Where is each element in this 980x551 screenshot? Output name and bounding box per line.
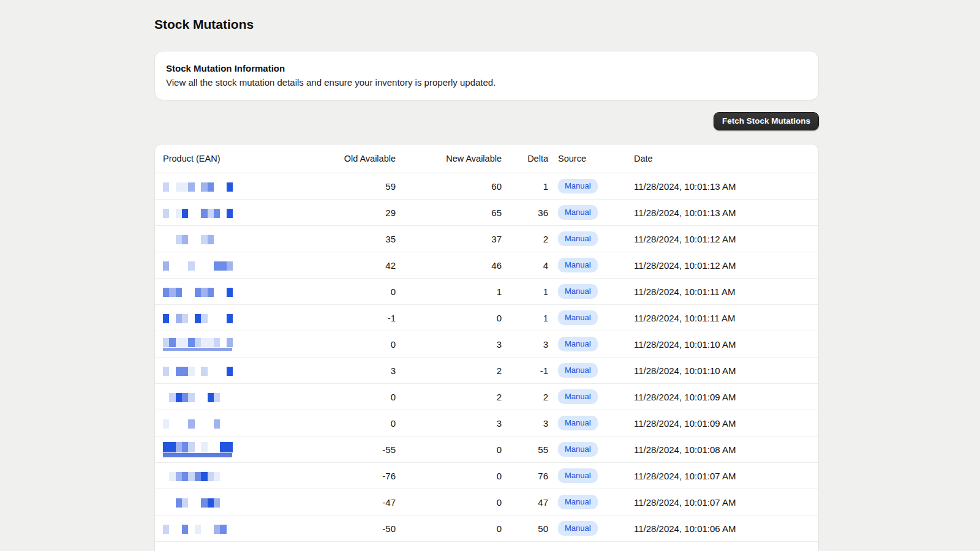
source-badge: Manual — [558, 416, 598, 430]
source-badge: Manual — [558, 310, 598, 325]
page-title: Stock Mutations — [154, 17, 819, 32]
source-cell: Manual — [549, 331, 625, 358]
source-cell: Manual — [549, 463, 625, 489]
product-ean-cell — [155, 305, 330, 331]
old-available-value: -47 — [330, 489, 397, 515]
product-ean-cell — [155, 542, 330, 551]
product-ean-redacted-link[interactable] — [163, 442, 233, 457]
source-badge: Manual — [558, 258, 598, 272]
date-value: 11/28/2024, 10:01:09 AM — [625, 410, 818, 437]
old-available-value: 3 — [330, 358, 397, 384]
old-available-value: -55 — [330, 437, 397, 463]
product-ean-cell — [155, 331, 330, 358]
source-badge: Manual — [558, 231, 598, 246]
source-cell: Manual — [549, 384, 625, 410]
delta-value: 50 — [503, 515, 549, 542]
old-available-value: 0 — [330, 279, 397, 305]
source-cell: Manual — [549, 410, 625, 437]
product-ean-redacted-link[interactable] — [163, 235, 233, 244]
source-cell: Manual — [549, 279, 625, 305]
stock-mutations-table-card: Product (EAN)Old AvailableNew AvailableD… — [154, 144, 819, 551]
table-row: 011Manual11/28/2024, 10:01:11 AM — [155, 279, 818, 305]
old-available-value — [330, 542, 397, 551]
delta-value: 3 — [503, 410, 549, 437]
product-ean-redacted-link[interactable] — [163, 261, 233, 271]
fetch-stock-mutations-button[interactable]: Fetch Stock Mutations — [714, 112, 819, 130]
delta-value: 47 — [503, 489, 549, 515]
product-ean-cell — [155, 252, 330, 279]
new-available-value: 46 — [397, 252, 503, 279]
table-row: -76076Manual11/28/2024, 10:01:07 AM — [155, 463, 818, 489]
product-ean-cell — [155, 358, 330, 384]
stock-mutations-table: Product (EAN)Old AvailableNew AvailableD… — [155, 144, 818, 551]
source-badge: Manual — [558, 205, 598, 220]
product-ean-redacted-link[interactable] — [163, 525, 233, 534]
product-ean-redacted-link[interactable] — [163, 419, 233, 429]
date-value: 11/28/2024, 10:01:11 AM — [625, 305, 818, 331]
new-available-value: 37 — [397, 226, 503, 252]
new-available-value: 3 — [397, 410, 503, 437]
source-cell: Manual — [549, 305, 625, 331]
date-value: 11/28/2024, 10:01:11 AM — [625, 279, 818, 305]
table-row: -55055Manual11/28/2024, 10:01:08 AM — [155, 437, 818, 463]
new-available-value: 65 — [397, 200, 503, 226]
product-ean-redacted-link[interactable] — [163, 182, 233, 192]
product-ean-redacted-link[interactable] — [163, 498, 233, 508]
delta-value: 2 — [503, 384, 549, 410]
table-row: 59601Manual11/28/2024, 10:01:13 AM — [155, 173, 818, 200]
column-header-product: Product (EAN) — [155, 144, 330, 173]
date-value: 11/28/2024, 10:01:12 AM — [625, 226, 818, 252]
source-cell: Manual — [549, 173, 625, 200]
new-available-value: 2 — [397, 358, 503, 384]
delta-value: -1 — [503, 358, 549, 384]
table-row: 033Manual11/28/2024, 10:01:10 AM — [155, 331, 818, 358]
column-header-date: Date — [625, 144, 818, 173]
product-ean-redacted-link[interactable] — [163, 338, 233, 351]
source-cell: Manual — [549, 515, 625, 542]
source-cell: Manual — [549, 437, 625, 463]
source-badge: Manual — [558, 337, 598, 351]
new-available-value — [397, 542, 503, 551]
screen: Stock Mutations Stock Mutation Informati… — [0, 0, 980, 551]
new-available-value: 0 — [397, 463, 503, 489]
old-available-value: 35 — [330, 226, 397, 252]
new-available-value: 3 — [397, 331, 503, 358]
date-value: 11/28/2024, 10:01:10 AM — [625, 358, 818, 384]
product-ean-redacted-link[interactable] — [163, 288, 233, 297]
product-ean-redacted-link[interactable] — [163, 472, 233, 481]
old-available-value: -1 — [330, 305, 397, 331]
product-ean-cell — [155, 200, 330, 226]
date-value: 11/28/2024, 10:01:13 AM — [625, 173, 818, 200]
table-row: 42464Manual11/28/2024, 10:01:12 AM — [155, 252, 818, 279]
product-ean-redacted-link[interactable] — [163, 314, 233, 323]
info-card: Stock Mutation Information View all the … — [154, 51, 819, 100]
product-ean-cell — [155, 437, 330, 463]
product-ean-redacted-link[interactable] — [163, 393, 233, 402]
source-badge: Manual — [558, 389, 598, 404]
date-value: 11/28/2024, 10:01:07 AM — [625, 489, 818, 515]
source-badge: Manual — [558, 284, 598, 299]
new-available-value: 0 — [397, 437, 503, 463]
delta-value: 2 — [503, 226, 549, 252]
delta-value: 1 — [503, 279, 549, 305]
date-value: 11/28/2024, 10:01:10 AM — [625, 331, 818, 358]
product-ean-cell — [155, 279, 330, 305]
column-header-source: Source — [549, 144, 625, 173]
delta-value — [503, 542, 549, 551]
info-card-description: View all the stock mutation details and … — [166, 77, 807, 89]
delta-value: 36 — [503, 200, 549, 226]
product-ean-cell — [155, 489, 330, 515]
delta-value: 3 — [503, 331, 549, 358]
table-row: 022Manual11/28/2024, 10:01:09 AM — [155, 384, 818, 410]
old-available-value: 59 — [330, 173, 397, 200]
actions-row: Fetch Stock Mutations — [154, 112, 819, 130]
new-available-value: 0 — [397, 305, 503, 331]
product-ean-redacted-link[interactable] — [163, 367, 233, 376]
new-available-value: 0 — [397, 489, 503, 515]
old-available-value: -76 — [330, 463, 397, 489]
old-available-value: 29 — [330, 200, 397, 226]
product-ean-redacted-link[interactable] — [163, 209, 233, 218]
delta-value: 1 — [503, 173, 549, 200]
table-row: 32-1Manual11/28/2024, 10:01:10 AM — [155, 358, 818, 384]
date-value: 11/28/2024, 10:01:08 AM — [625, 437, 818, 463]
